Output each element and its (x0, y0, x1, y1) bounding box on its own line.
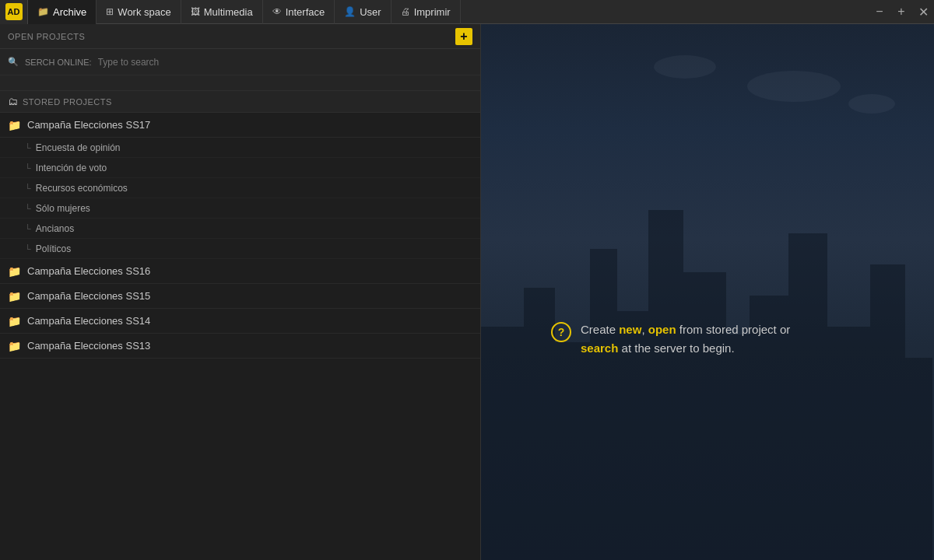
menubar: AD 📁 Archive ⊞ Work space 🖼 Multimedia 👁… (0, 0, 934, 24)
main-content: OPEN PROJECTS + 🔍 SERCH ONLINE: 🗂 STORED… (0, 24, 934, 560)
help-text-part4: at the server to begin. (618, 341, 734, 355)
project-name-ss15: Campaña Elecciones SS15 (27, 290, 472, 302)
menu-imprimir-label: Imprimir (414, 6, 451, 18)
menu-multimedia-label: Multimedia (204, 6, 253, 18)
project-name-ss13: Campaña Elecciones SS13 (27, 340, 472, 352)
sub-politicos-label: Políticos (36, 243, 71, 254)
add-project-button[interactable]: + (455, 28, 472, 45)
city-overlay (481, 24, 934, 560)
menu-imprimir[interactable]: 🖨 Imprimir (392, 0, 461, 24)
tree-line-4: └ (25, 204, 31, 213)
sub-mujeres[interactable]: └ Sólo mujeres (0, 198, 480, 219)
close-button[interactable]: ✕ (912, 1, 934, 23)
open-projects-label: OPEN PROJECTS (8, 32, 455, 41)
help-text-part1: Create (581, 323, 619, 336)
menu-archive-label: Archive (53, 6, 86, 18)
help-text-part2: , (641, 323, 648, 336)
help-keyword-open: open (648, 323, 676, 336)
help-text: Create new, open from stored project or … (581, 320, 790, 358)
interface-icon: 👁 (272, 6, 282, 17)
menu-archive[interactable]: 📁 Archive (28, 0, 97, 24)
tree-line-1: └ (25, 143, 31, 152)
menu-user[interactable]: 👤 User (335, 0, 391, 24)
sub-ancianos-label: Ancianos (36, 223, 74, 234)
user-icon: 👤 (344, 6, 356, 17)
logo-text: AD (8, 7, 20, 16)
tree-line-5: └ (25, 224, 31, 233)
project-ss13[interactable]: 📁 Campaña Elecciones SS13 (0, 334, 480, 359)
left-panel: OPEN PROJECTS + 🔍 SERCH ONLINE: 🗂 STORED… (0, 24, 481, 560)
menu-interface[interactable]: 👁 Interface (263, 0, 335, 24)
tree-line-3: └ (25, 184, 31, 193)
sub-intencion[interactable]: └ Intención de voto (0, 158, 480, 178)
archive-icon: 📁 (37, 6, 49, 17)
sub-ancianos[interactable]: └ Ancianos (0, 219, 480, 239)
menu-workspace-label: Work space (118, 6, 170, 18)
imprimir-icon: 🖨 (401, 6, 410, 17)
open-projects-bar: OPEN PROJECTS + (0, 24, 480, 49)
folder-icon-ss14: 📁 (8, 315, 21, 327)
search-input[interactable] (98, 57, 472, 68)
project-ss17[interactable]: 📁 Campaña Elecciones SS17 (0, 113, 480, 138)
search-label: SERCH ONLINE: (25, 58, 92, 67)
window-controls: − + ✕ (869, 0, 934, 24)
sub-recursos-label: Recursos económicos (36, 183, 128, 194)
project-ss16[interactable]: 📁 Campaña Elecciones SS16 (0, 259, 480, 284)
sub-mujeres-label: Sólo mujeres (36, 203, 90, 214)
search-bar: 🔍 SERCH ONLINE: (0, 49, 480, 75)
menu-interface-label: Interface (286, 6, 325, 18)
menu-multimedia[interactable]: 🖼 Multimedia (181, 0, 263, 24)
folder-icon-ss15: 📁 (8, 290, 21, 303)
help-keyword-search: search (581, 341, 618, 355)
stored-projects-header: 🗂 STORED PROJECTS (0, 91, 480, 113)
multimedia-icon: 🖼 (191, 6, 200, 17)
right-panel: ? Create new, open from stored project o… (481, 24, 934, 560)
maximize-button[interactable]: + (890, 1, 912, 23)
sub-encuesta[interactable]: └ Encuesta de opinión (0, 138, 480, 158)
tree-line-2: └ (25, 163, 31, 173)
menu-workspace[interactable]: ⊞ Work space (97, 0, 181, 24)
sub-intencion-label: Intención de voto (36, 163, 107, 173)
stored-projects-icon: 🗂 (8, 96, 18, 107)
sub-recursos[interactable]: └ Recursos económicos (0, 178, 480, 198)
folder-icon-ss16: 📁 (8, 265, 21, 278)
search-icon: 🔍 (8, 57, 19, 67)
project-name-ss17: Campaña Elecciones SS17 (27, 119, 472, 131)
project-list: 📁 Campaña Elecciones SS17 └ Encuesta de … (0, 113, 480, 560)
folder-icon-ss17: 📁 (8, 119, 21, 131)
minimize-button[interactable]: − (869, 1, 890, 23)
tree-line-6: └ (25, 244, 31, 254)
folder-icon-ss13: 📁 (8, 340, 21, 352)
help-text-part3: from stored project or (676, 323, 791, 336)
menu-user-label: User (360, 6, 381, 18)
project-name-ss14: Campaña Elecciones SS14 (27, 315, 472, 327)
project-name-ss16: Campaña Elecciones SS16 (27, 265, 472, 277)
help-keyword-new: new (619, 323, 641, 336)
help-message: ? Create new, open from stored project o… (551, 320, 790, 358)
workspace-icon: ⊞ (106, 6, 114, 17)
progress-area (0, 75, 480, 91)
app-logo: AD (0, 0, 28, 24)
sub-encuesta-label: Encuesta de opinión (36, 142, 121, 153)
project-ss14[interactable]: 📁 Campaña Elecciones SS14 (0, 309, 480, 334)
help-icon: ? (551, 322, 571, 342)
project-ss15[interactable]: 📁 Campaña Elecciones SS15 (0, 284, 480, 309)
sub-politicos[interactable]: └ Políticos (0, 239, 480, 259)
stored-projects-label: STORED PROJECTS (23, 97, 112, 107)
